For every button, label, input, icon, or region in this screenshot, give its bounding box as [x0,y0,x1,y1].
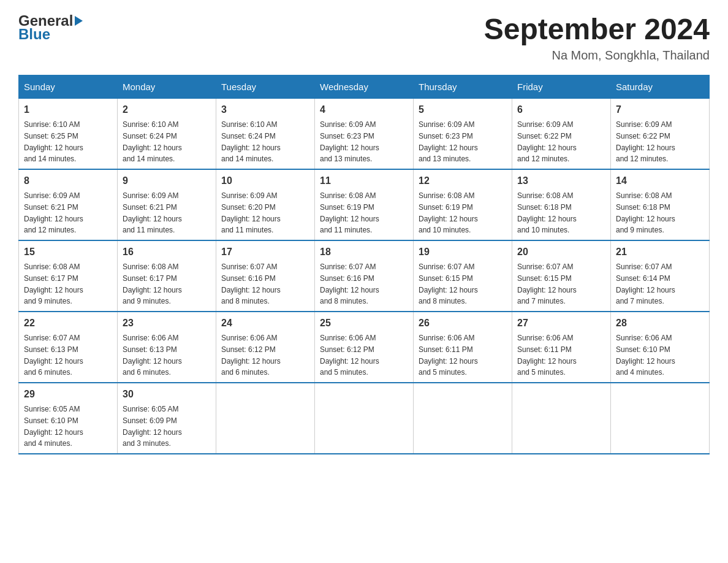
sunset-info: Sunset: 6:24 PM [221,132,276,140]
calendar-cell: 20 Sunrise: 6:07 AM Sunset: 6:15 PM Dayl… [512,240,611,312]
sunset-info: Sunset: 6:14 PM [616,274,670,283]
logo-blue: Blue [18,26,83,43]
day-number: 6 [517,102,605,117]
calendar-cell: 18 Sunrise: 6:07 AM Sunset: 6:16 PM Dayl… [315,240,414,312]
sunset-info: Sunset: 6:23 PM [419,132,473,140]
day-number: 13 [517,174,605,188]
daylight-info: Daylight: 12 hoursand 14 minutes. [24,144,83,164]
calendar-cell: 29 Sunrise: 6:05 AM Sunset: 6:10 PM Dayl… [19,383,118,454]
calendar-cell: 10 Sunrise: 6:09 AM Sunset: 6:20 PM Dayl… [216,169,315,240]
sunrise-info: Sunrise: 6:05 AM [123,405,178,413]
day-number: 25 [320,316,408,331]
sunrise-info: Sunrise: 6:09 AM [517,120,573,129]
calendar-cell: 2 Sunrise: 6:10 AM Sunset: 6:24 PM Dayli… [118,99,216,170]
daylight-info: Daylight: 12 hoursand 9 minutes. [24,286,83,306]
day-number: 16 [123,245,211,259]
day-number: 19 [419,245,507,259]
calendar-cell [512,383,611,454]
daylight-info: Daylight: 12 hoursand 12 minutes. [517,144,577,164]
daylight-info: Daylight: 12 hoursand 3 minutes. [123,428,182,448]
day-number: 1 [24,102,112,117]
day-number: 23 [123,316,211,331]
daylight-info: Daylight: 12 hoursand 7 minutes. [517,286,577,306]
calendar-cell [216,383,315,454]
calendar-cell: 21 Sunrise: 6:07 AM Sunset: 6:14 PM Dayl… [611,240,710,312]
calendar-cell: 25 Sunrise: 6:06 AM Sunset: 6:12 PM Dayl… [315,312,414,383]
sunset-info: Sunset: 6:23 PM [320,132,374,140]
calendar-cell: 9 Sunrise: 6:09 AM Sunset: 6:21 PM Dayli… [118,169,216,240]
day-number: 14 [616,174,704,188]
daylight-info: Daylight: 12 hoursand 14 minutes. [221,144,281,164]
month-title: September 2024 [484,12,710,46]
sunrise-info: Sunrise: 6:06 AM [320,334,376,342]
daylight-info: Daylight: 12 hoursand 6 minutes. [221,357,281,377]
sunset-info: Sunset: 6:13 PM [123,345,177,354]
sunrise-info: Sunrise: 6:08 AM [419,191,474,200]
daylight-info: Daylight: 12 hoursand 5 minutes. [517,357,577,377]
calendar-cell: 23 Sunrise: 6:06 AM Sunset: 6:13 PM Dayl… [118,312,216,383]
daylight-info: Daylight: 12 hoursand 9 minutes. [123,286,182,306]
day-number: 3 [221,102,309,117]
sunrise-info: Sunrise: 6:08 AM [616,191,672,200]
sunset-info: Sunset: 6:18 PM [616,203,670,212]
sunset-info: Sunset: 6:21 PM [123,203,177,212]
sunrise-info: Sunrise: 6:10 AM [123,120,178,129]
day-number: 9 [123,174,211,188]
calendar-cell: 1 Sunrise: 6:10 AM Sunset: 6:25 PM Dayli… [19,99,118,170]
day-number: 21 [616,245,704,259]
sunset-info: Sunset: 6:15 PM [517,274,572,283]
week-row-4: 22 Sunrise: 6:07 AM Sunset: 6:13 PM Dayl… [19,312,710,383]
sunrise-info: Sunrise: 6:08 AM [320,191,376,200]
sunset-info: Sunset: 6:13 PM [24,345,78,354]
sunset-info: Sunset: 6:16 PM [221,274,276,283]
day-number: 30 [123,387,211,402]
sunset-info: Sunset: 6:25 PM [24,132,78,140]
day-number: 17 [221,245,309,259]
page-header: General Blue September 2024 Na Mom, Song… [18,12,710,63]
sunrise-info: Sunrise: 6:09 AM [24,191,80,200]
sunset-info: Sunset: 6:22 PM [616,132,670,140]
daylight-info: Daylight: 12 hoursand 4 minutes. [24,428,83,448]
calendar-cell: 15 Sunrise: 6:08 AM Sunset: 6:17 PM Dayl… [19,240,118,312]
day-number: 20 [517,245,605,259]
calendar-cell: 6 Sunrise: 6:09 AM Sunset: 6:22 PM Dayli… [512,99,611,170]
sunrise-info: Sunrise: 6:07 AM [320,262,376,271]
sunset-info: Sunset: 6:16 PM [320,274,374,283]
day-number: 12 [419,174,507,188]
sunrise-info: Sunrise: 6:06 AM [123,334,178,342]
daylight-info: Daylight: 12 hoursand 5 minutes. [419,357,478,377]
daylight-info: Daylight: 12 hoursand 11 minutes. [123,215,182,235]
daylight-info: Daylight: 12 hoursand 7 minutes. [616,286,675,306]
daylight-info: Daylight: 12 hoursand 12 minutes. [24,215,83,235]
sunset-info: Sunset: 6:20 PM [221,203,276,212]
daylight-info: Daylight: 12 hoursand 4 minutes. [616,357,675,377]
calendar-cell: 13 Sunrise: 6:08 AM Sunset: 6:18 PM Dayl… [512,169,611,240]
week-row-1: 1 Sunrise: 6:10 AM Sunset: 6:25 PM Dayli… [19,99,710,170]
day-number: 28 [616,316,704,331]
title-section: September 2024 Na Mom, Songkhla, Thailan… [484,12,710,63]
calendar-cell [611,383,710,454]
calendar-cell: 27 Sunrise: 6:06 AM Sunset: 6:11 PM Dayl… [512,312,611,383]
sunset-info: Sunset: 6:10 PM [616,345,670,354]
day-number: 8 [24,174,112,188]
weekday-header-saturday: Saturday [611,75,710,99]
daylight-info: Daylight: 12 hoursand 12 minutes. [616,144,675,164]
day-number: 11 [320,174,408,188]
sunrise-info: Sunrise: 6:08 AM [24,262,80,271]
day-number: 2 [123,102,211,117]
week-row-3: 15 Sunrise: 6:08 AM Sunset: 6:17 PM Dayl… [19,240,710,312]
logo-arrow-icon [75,16,83,26]
sunrise-info: Sunrise: 6:05 AM [24,405,80,413]
sunset-info: Sunset: 6:11 PM [419,345,473,354]
weekday-header-thursday: Thursday [414,75,512,99]
sunrise-info: Sunrise: 6:09 AM [419,120,474,129]
sunset-info: Sunset: 6:17 PM [123,274,177,283]
daylight-info: Daylight: 12 hoursand 14 minutes. [123,144,182,164]
calendar-cell [414,383,512,454]
weekday-header-monday: Monday [118,75,216,99]
sunrise-info: Sunrise: 6:09 AM [616,120,672,129]
sunset-info: Sunset: 6:11 PM [517,345,572,354]
sunset-info: Sunset: 6:17 PM [24,274,78,283]
calendar-cell: 4 Sunrise: 6:09 AM Sunset: 6:23 PM Dayli… [315,99,414,170]
daylight-info: Daylight: 12 hoursand 11 minutes. [320,215,379,235]
